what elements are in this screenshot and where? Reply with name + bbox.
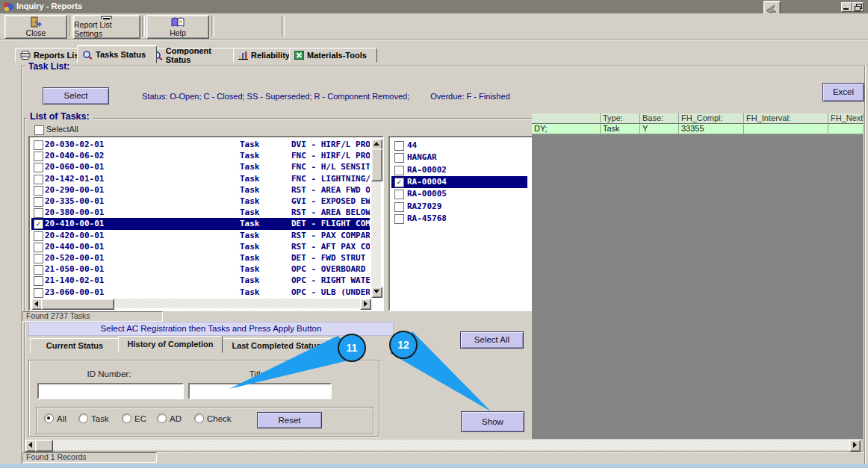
id-number-input[interactable] <box>37 383 184 399</box>
task-row-checkbox[interactable] <box>34 231 43 241</box>
task-row-checkbox[interactable] <box>34 254 43 263</box>
task-id: 21-050-00-01 <box>45 263 104 275</box>
radio-circle[interactable] <box>44 414 54 423</box>
tab-tasks-status[interactable]: Tasks Status <box>77 46 157 63</box>
radio-task[interactable]: Task <box>78 414 109 423</box>
radio-check[interactable]: Check <box>194 414 232 423</box>
task-row[interactable]: 21-140-02-01TaskOPC - RIGHT WATER <box>31 275 370 286</box>
radio-all[interactable]: All <box>44 414 66 423</box>
radio-circle[interactable] <box>78 414 88 423</box>
task-row-checkbox[interactable] <box>34 163 43 172</box>
report-list-settings-button[interactable]: Report List Settings <box>73 15 140 39</box>
registration-checkbox[interactable] <box>394 190 404 199</box>
close-label: Close <box>26 28 46 37</box>
bottom-hscrollbar[interactable] <box>25 440 861 450</box>
task-row-checkbox[interactable] <box>34 175 43 184</box>
radio-ad[interactable]: AD <box>157 414 182 423</box>
scroll-down-button[interactable] <box>371 287 382 298</box>
registration-listbox-client[interactable]: 44HANGARRA-00002✓RA-00004RA-00005RA27029… <box>391 139 527 305</box>
task-row[interactable]: 21-050-00-01TaskOPC - OVERBOARD EX <box>31 263 370 275</box>
task-row[interactable]: 20-420-00-01TaskRST - PAX COMPARTM <box>31 230 370 241</box>
task-listbox-client[interactable]: 20-030-02-01TaskDVI - HIRF/L PROTE20-040… <box>31 139 370 298</box>
restore-button[interactable] <box>852 2 864 12</box>
close-button[interactable]: Close <box>4 15 67 39</box>
registration-checkbox[interactable]: ✓ <box>394 178 404 187</box>
task-listbox[interactable]: 20-030-02-01TaskDVI - HIRF/L PROTE20-040… <box>28 136 384 311</box>
help-label: Help <box>170 28 186 37</box>
registration-row[interactable]: RA-45768 <box>391 213 527 225</box>
task-id: 20-380-00-01 <box>45 207 104 218</box>
task-row-checkbox[interactable] <box>34 197 43 207</box>
task-id: 21-140-02-01 <box>45 275 104 286</box>
title-input[interactable] <box>188 383 332 399</box>
select-all-checkbox[interactable] <box>34 125 44 135</box>
vscroll-thumb[interactable] <box>371 149 382 181</box>
task-row[interactable]: 20-440-00-01TaskRST - AFT PAX COMP <box>31 241 370 252</box>
task-id: 20-142-01-01 <box>45 173 104 184</box>
grid-header-cell: Type: <box>601 113 640 124</box>
task-list-vscrollbar[interactable] <box>371 139 381 298</box>
tab-component-status[interactable]: Component Status <box>147 48 243 63</box>
subtab-history-of-completion[interactable]: History of Completion <box>118 336 223 353</box>
task-row[interactable]: ✓20-410-00-01TaskDET - FLIGHT COMPA <box>31 218 370 229</box>
scroll-right-button[interactable] <box>849 440 861 452</box>
registration-checkbox[interactable] <box>394 166 404 175</box>
task-row-checkbox[interactable] <box>34 288 43 298</box>
radio-ec[interactable]: EC <box>122 414 146 423</box>
task-row[interactable]: 20-380-00-01TaskRST - AREA BELOW A <box>31 207 370 218</box>
task-type: Task <box>240 173 260 184</box>
registration-row[interactable]: RA27029 <box>391 201 527 213</box>
task-row-checkbox[interactable] <box>34 276 43 286</box>
task-row[interactable]: 20-335-00-01TaskGVI - EXPOSED EWIS <box>31 196 370 207</box>
task-row-checkbox[interactable]: ✓ <box>34 219 43 229</box>
subtab-current-status[interactable]: Current Status <box>30 338 120 353</box>
task-row[interactable]: 20-290-00-01TaskRST - AREA FWD OF <box>31 184 370 196</box>
registration-checkbox[interactable] <box>394 141 404 151</box>
registration-row[interactable]: RA-00005 <box>391 188 527 200</box>
minimize-button[interactable] <box>841 2 852 12</box>
app-icon <box>3 1 14 12</box>
excel-icon <box>294 51 304 60</box>
radio-circle[interactable] <box>194 414 204 423</box>
select-all-button[interactable]: Select All <box>460 331 524 349</box>
task-id: 20-030-02-01 <box>45 139 104 150</box>
hscroll-thumb[interactable] <box>41 299 114 310</box>
radio-circle[interactable] <box>157 414 167 423</box>
registration-row[interactable]: 44 <box>391 140 527 152</box>
task-row[interactable]: 20-520-00-01TaskDET - FWD STRUT FA <box>31 252 370 263</box>
registration-checkbox[interactable] <box>394 214 404 224</box>
results-grid[interactable]: Type:Base:FH_Compl:FH_Interval:FH_Next_ … <box>532 113 864 439</box>
reset-button[interactable]: Reset <box>257 412 322 428</box>
task-row-checkbox[interactable] <box>34 186 43 196</box>
status-legend: Status: O-Open; C - Closed; SS - Superse… <box>142 92 409 101</box>
registration-row[interactable]: ✓RA-00004 <box>391 176 527 188</box>
subtab-last-completed-status[interactable]: Last Completed Status <box>221 338 332 353</box>
registration-checkbox[interactable] <box>394 153 404 163</box>
task-row-checkbox[interactable] <box>34 243 43 252</box>
radio-circle[interactable] <box>122 414 131 423</box>
registration-row[interactable]: RA-00002 <box>391 164 527 176</box>
task-row[interactable]: 20-142-01-01TaskFNC - LIGHTNING/HI <box>31 173 370 184</box>
task-row[interactable]: 20-060-00-01TaskFNC - H/L SENSITIV <box>31 161 370 172</box>
help-button[interactable]: Help <box>146 15 209 39</box>
excel-button[interactable]: Excel <box>822 83 864 102</box>
task-list-hscrollbar[interactable] <box>31 299 371 308</box>
task-row-checkbox[interactable] <box>34 208 43 218</box>
task-row[interactable]: 23-060-00-01TaskOPC - ULB (UNDERWA <box>31 287 370 298</box>
registration-row[interactable]: HANGAR <box>391 152 527 163</box>
task-row-checkbox[interactable] <box>34 152 43 161</box>
results-grid-row[interactable]: DY;TaskY33355 <box>532 124 864 134</box>
registration-listbox[interactable]: 44HANGARRA-00002✓RA-00004RA-00005RA27029… <box>388 136 533 311</box>
hscroll-thumb[interactable] <box>35 440 53 452</box>
task-description: DET - FLIGHT COMPA <box>291 218 370 229</box>
show-button[interactable]: Show <box>461 411 524 432</box>
registration-checkbox[interactable] <box>394 202 404 212</box>
instruction-bar: Select AC Registration then Tasks and Pr… <box>28 322 394 336</box>
task-row-checkbox[interactable] <box>34 265 43 275</box>
task-row-checkbox[interactable] <box>34 140 43 150</box>
tab-materials-tools[interactable]: Materials-Tools <box>289 48 377 63</box>
scroll-right-button[interactable] <box>360 299 371 310</box>
task-row[interactable]: 20-030-02-01TaskDVI - HIRF/L PROTE <box>31 139 370 150</box>
select-button[interactable]: Select <box>43 87 109 104</box>
task-row[interactable]: 20-040-06-02TaskFNC - HIRF/L PROTE <box>31 150 370 161</box>
